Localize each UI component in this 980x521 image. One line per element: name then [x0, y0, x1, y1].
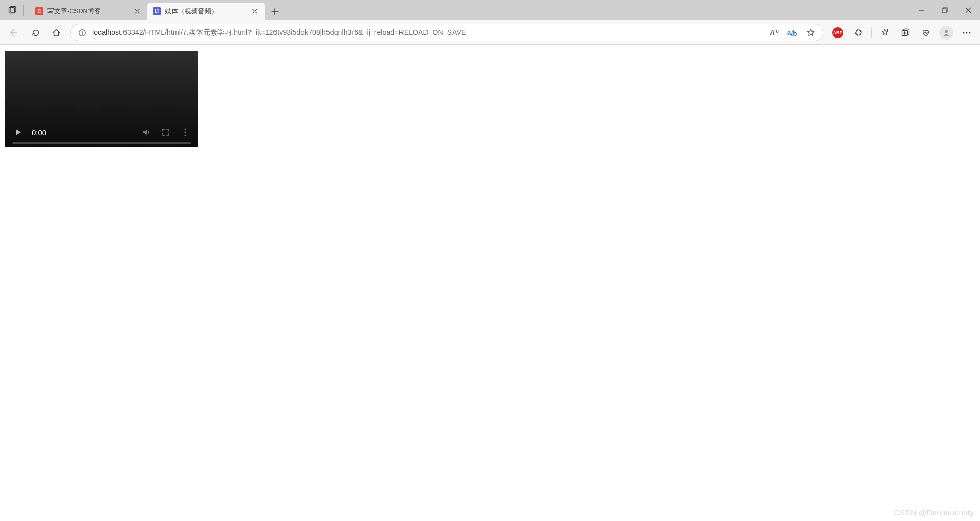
video-progress[interactable]: [12, 142, 191, 144]
titlebar-left: [0, 0, 30, 20]
svg-point-9: [969, 32, 971, 33]
performance-button[interactable]: [917, 23, 935, 42]
tab-title: 写文章-CSDN博客: [47, 7, 128, 16]
window-controls: [910, 0, 980, 20]
tab-actions-button[interactable]: [4, 2, 20, 18]
favicon-intellij-icon: IJ: [153, 7, 161, 15]
video-time: 0:00: [32, 128, 46, 137]
collections-icon: [901, 28, 910, 37]
favorite-button[interactable]: [803, 26, 818, 40]
fullscreen-button[interactable]: [160, 127, 171, 138]
url-text: localhost:63342/HTML/html/7.媒体元素学习.html?…: [92, 28, 762, 37]
home-button[interactable]: [47, 23, 65, 42]
read-aloud-button[interactable]: A⁾⁾: [767, 26, 781, 40]
maximize-button[interactable]: [933, 0, 957, 20]
close-icon: [965, 7, 971, 13]
page-content: 0:00 CSDN @Duuuuuuuuty: [0, 45, 980, 521]
more-horizontal-icon: [962, 32, 971, 34]
refresh-button[interactable]: [27, 23, 45, 42]
collections-button[interactable]: [896, 23, 915, 42]
titlebar-spacer: [283, 0, 910, 20]
avatar-icon: [939, 26, 953, 40]
back-button[interactable]: [4, 23, 22, 42]
fullscreen-icon: [162, 128, 170, 136]
close-icon: [135, 9, 140, 14]
translate-button[interactable]: aあ: [785, 26, 799, 40]
tab-actions-icon: [8, 6, 16, 14]
browser-toolbar: localhost:63342/HTML/html/7.媒体元素学习.html?…: [0, 20, 980, 45]
home-icon: [52, 28, 61, 37]
refresh-icon: [31, 28, 40, 37]
tab-title: 媒体（视频音频）: [165, 7, 245, 16]
svg-point-8: [966, 32, 968, 33]
minimize-icon: [918, 7, 924, 13]
video-controls-row: 0:00: [12, 123, 191, 141]
toolbar-separator: [871, 27, 872, 38]
watermark: CSDN @Duuuuuuuuty: [894, 508, 974, 517]
url-rest: :63342/HTML/html/7.媒体元素学习.html?_ijt=126t…: [121, 28, 466, 36]
abp-icon: ABP: [832, 27, 843, 38]
star-icon: [806, 28, 815, 37]
svg-rect-2: [942, 9, 946, 13]
svg-point-11: [185, 132, 186, 133]
url-host: localhost: [92, 28, 121, 36]
site-info-button[interactable]: [77, 28, 87, 38]
close-window-button[interactable]: [957, 0, 980, 20]
puzzle-icon: [853, 28, 863, 37]
svg-point-7: [963, 32, 965, 33]
video-player[interactable]: 0:00: [5, 51, 198, 147]
play-button[interactable]: [12, 127, 23, 138]
more-vertical-icon: [184, 128, 186, 136]
svg-point-4: [82, 31, 83, 32]
star-plus-icon: [881, 28, 890, 37]
tab-csdn[interactable]: C 写文章-CSDN博客: [30, 3, 147, 20]
video-more-button[interactable]: [180, 127, 191, 138]
favorites-button[interactable]: [876, 23, 894, 42]
maximize-icon: [942, 7, 948, 13]
volume-icon: [142, 128, 151, 137]
new-tab-button[interactable]: [267, 4, 283, 20]
plus-icon: [271, 8, 279, 15]
info-icon: [78, 29, 86, 37]
titlebar-divider: [23, 5, 24, 16]
tab-close-button[interactable]: [132, 6, 142, 16]
abp-extension-button[interactable]: ABP: [828, 23, 847, 42]
tab-media[interactable]: IJ 媒体（视频音频）: [147, 3, 265, 20]
mute-button[interactable]: [141, 127, 152, 138]
play-icon: [14, 128, 22, 136]
extensions-button[interactable]: [849, 23, 867, 42]
minimize-button[interactable]: [910, 0, 933, 20]
arrow-left-icon: [9, 28, 18, 37]
svg-point-12: [185, 135, 186, 136]
tabs: C 写文章-CSDN博客 IJ 媒体（视频音频）: [30, 0, 283, 20]
more-button[interactable]: [958, 23, 976, 42]
close-icon: [252, 9, 257, 14]
tab-close-button[interactable]: [249, 6, 260, 16]
address-bar[interactable]: localhost:63342/HTML/html/7.媒体元素学习.html?…: [70, 24, 823, 41]
address-actions: A⁾⁾ aあ: [767, 26, 818, 40]
favicon-csdn-icon: C: [35, 7, 43, 15]
svg-point-10: [185, 129, 186, 130]
svg-point-6: [945, 30, 948, 33]
heart-pulse-icon: [921, 28, 931, 37]
browser-titlebar: C 写文章-CSDN博客 IJ 媒体（视频音频）: [0, 0, 980, 20]
profile-button[interactable]: [937, 23, 956, 42]
video-controls: 0:00: [5, 123, 198, 144]
